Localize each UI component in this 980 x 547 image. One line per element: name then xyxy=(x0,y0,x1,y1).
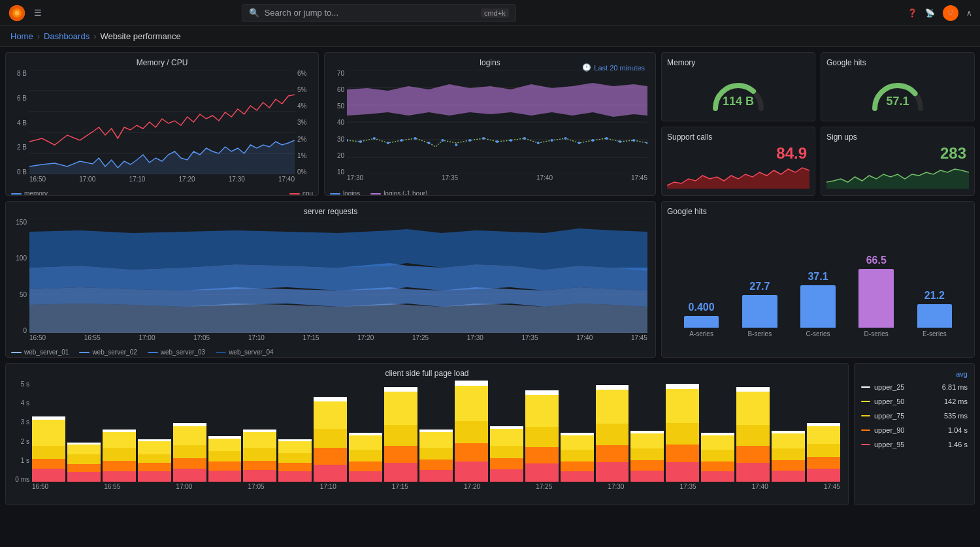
svg-point-33 xyxy=(551,139,553,142)
gh-bar-c xyxy=(800,285,836,328)
panel-server-requests: server requests 150100500 xyxy=(5,201,656,358)
y-axis-pageload: 5 s4 s3 s2 s1 s0 ms xyxy=(11,381,31,483)
ws02-color xyxy=(79,352,90,353)
gh-bar-b xyxy=(742,295,777,328)
legend-logins1h-label: logins (-1 hour) xyxy=(384,190,427,196)
support-calls-value: 84.9 xyxy=(667,144,809,163)
y-axis-server: 150100500 xyxy=(11,219,28,334)
breadcrumb-current: Website performance xyxy=(100,31,180,41)
breadcrumb-home[interactable]: Home xyxy=(10,31,33,41)
bar-5 xyxy=(173,423,206,482)
svg-point-31 xyxy=(523,137,526,140)
svg-point-40 xyxy=(646,142,647,144)
x-axis-memory-cpu: 16:5017:0017:1017:2017:3017:40 xyxy=(29,176,295,183)
svg-marker-47 xyxy=(29,228,647,271)
breadcrumb-sep1: › xyxy=(37,31,40,41)
legend-ws04: web_server_04 xyxy=(216,349,273,356)
cpu-legend-color xyxy=(289,193,300,195)
memory-gauge-value: 114 B xyxy=(709,95,768,108)
logins-legend-color xyxy=(330,193,340,195)
upper75-color xyxy=(861,415,870,416)
svg-point-35 xyxy=(578,142,580,144)
legend-upper50: upper_50 142 ms xyxy=(861,398,968,405)
bar-11 xyxy=(384,387,417,482)
bar-23 xyxy=(807,423,840,482)
support-calls-title: Support calls xyxy=(667,133,809,142)
panel-pageload-legend: avg upper_25 6.81 ms upper_50 142 ms upp… xyxy=(854,363,975,505)
gh-bar-a xyxy=(684,316,719,328)
panel-sign-ups: Sign ups 283 xyxy=(821,127,975,196)
support-calls-sparkline xyxy=(667,163,809,189)
user-avatar[interactable]: U xyxy=(943,5,958,21)
bar-12 xyxy=(419,430,453,482)
topbar-right: ❓ 📡 U ∧ xyxy=(907,5,972,21)
seg-50 xyxy=(32,459,65,469)
svg-marker-17 xyxy=(347,83,647,117)
legend-cpu-label: cpu xyxy=(302,190,313,196)
bar-22 xyxy=(772,431,805,482)
gh-col-e: 21.2 E-series xyxy=(906,290,964,337)
legend-logins-label: logins xyxy=(343,190,360,196)
svg-point-29 xyxy=(496,140,498,143)
bar-17 xyxy=(596,385,629,482)
ws04-color xyxy=(216,352,226,353)
y-axis-right: 6%5%4%3%2%1%0% xyxy=(296,70,313,176)
legend-memory-label: memory xyxy=(24,190,48,196)
search-bar[interactable]: 🔍 Search or jump to... cmd+k xyxy=(242,4,516,22)
bar-18 xyxy=(630,431,664,482)
row1: Memory / CPU 8 B6 B4 B2 B0 B 6%5%4%3%2%1… xyxy=(5,52,975,196)
svg-point-24 xyxy=(427,142,430,144)
google-hits-gauge-title: Google hits xyxy=(826,58,969,67)
gauge-svg-google xyxy=(868,72,927,115)
panel-support-calls: Support calls 84.9 xyxy=(661,127,815,196)
legend-ws02: web_server_02 xyxy=(79,349,137,356)
breadcrumb: Home › Dashboards › Website performance xyxy=(0,26,980,47)
svg-point-32 xyxy=(537,142,540,144)
pageload-legend-list: upper_25 6.81 ms upper_50 142 ms upper_7… xyxy=(861,383,968,451)
menu-button[interactable]: ☰ xyxy=(34,8,42,18)
svg-point-27 xyxy=(468,139,471,142)
panel-logins: logins 🕐 Last 20 minutes 70605040302010 xyxy=(324,52,656,196)
ws03-color xyxy=(148,352,158,353)
search-icon: 🔍 xyxy=(249,8,259,18)
memory-gauge-title: Memory xyxy=(667,58,809,67)
gh-col-a: 0.400 A-series xyxy=(672,302,730,337)
legend-upper95: upper_95 1.46 s xyxy=(861,441,968,448)
bar-8 xyxy=(278,439,312,482)
main-content: Memory / CPU 8 B6 B4 B2 B0 B 6%5%4%3%2%1… xyxy=(0,47,980,547)
gh-bar-e xyxy=(917,304,953,328)
breadcrumb-dashboards[interactable]: Dashboards xyxy=(44,31,90,41)
bar-9 xyxy=(314,397,347,482)
bar-15 xyxy=(525,390,559,482)
bar-16 xyxy=(561,433,594,482)
news-icon[interactable]: 📡 xyxy=(925,8,935,18)
panel-memory-cpu-title: Memory / CPU xyxy=(11,58,313,67)
x-axis-logins: 17:3017:3517:4017:45 xyxy=(347,174,647,181)
svg-point-30 xyxy=(510,139,512,142)
bar-10 xyxy=(349,433,382,482)
svg-point-25 xyxy=(441,139,444,142)
panel-logins-title: logins xyxy=(480,58,500,67)
search-placeholder: Search or jump to... xyxy=(265,8,338,18)
svg-point-2 xyxy=(15,10,20,15)
upper50-color xyxy=(861,401,870,402)
help-icon[interactable]: ❓ xyxy=(907,8,917,18)
legend-ws03: web_server_03 xyxy=(148,349,205,356)
upper25-color xyxy=(861,386,870,388)
legend-item-logins-1h: logins (-1 hour) xyxy=(370,190,427,196)
breadcrumb-sep2: › xyxy=(93,31,96,41)
collapse-icon[interactable]: ∧ xyxy=(966,8,972,18)
gh-col-b: 27.7 B-series xyxy=(730,281,789,337)
svg-point-21 xyxy=(387,142,389,144)
y-axis-left: 8 B6 B4 B2 B0 B xyxy=(11,70,28,176)
panel-page-load: client side full page load 5 s4 s3 s2 s1… xyxy=(5,363,849,505)
bar-1 xyxy=(32,416,65,482)
legend-item-logins: logins xyxy=(330,190,360,196)
gh-bar-d xyxy=(858,269,894,328)
svg-point-28 xyxy=(482,137,485,140)
x-axis-pageload: 16:5016:5517:0017:0517:1017:1517:2017:25… xyxy=(32,483,840,490)
bar-6 xyxy=(208,436,242,482)
legend-memory-cpu: memory cpu xyxy=(11,190,313,196)
bar-21 xyxy=(736,387,770,482)
logins1h-legend-color xyxy=(370,193,381,195)
